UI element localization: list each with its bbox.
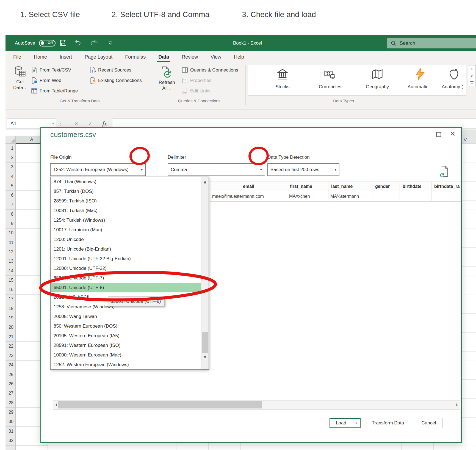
row-header[interactable]: 23 [5,351,15,361]
scroll-down-icon[interactable]: ∨ [201,354,209,359]
select-all-corner[interactable] [5,136,16,144]
row-header[interactable]: 27 [5,389,15,398]
scroll-left-icon[interactable]: ‹ [55,400,57,409]
row-header[interactable]: 5 [5,181,15,191]
file-origin-dropdown-icon[interactable]: ▾ [141,168,143,172]
from-table-range-button[interactable]: From Table/Range [31,87,78,94]
dropdown-scrollbar[interactable]: ∧ ∨ [201,177,209,369]
row-header[interactable]: 12 [5,247,15,257]
transform-data-button[interactable]: Transform Data [367,418,409,428]
geography-button[interactable]: Geography [355,68,399,90]
row-header[interactable]: 28 [5,398,15,408]
preview-horizontal-scrollbar[interactable]: ‹ › [53,400,460,410]
scroll-right-icon[interactable]: › [456,400,458,409]
column-header[interactable]: birthdate_ra [431,182,462,191]
gallery-scroll-up-icon[interactable]: ∧ [468,65,476,72]
autosave-toggle[interactable]: Off [39,40,56,46]
dropdown-option[interactable]: 65000: Unicode (UTF-7) [51,273,201,283]
row-header[interactable]: 25 [5,370,15,379]
row-header[interactable]: 2 [5,153,15,162]
row-header[interactable]: 9 [5,219,15,228]
dropdown-option[interactable]: 857: Turkish (DOS) [51,186,201,196]
dropdown-option[interactable]: 10081: Turkish (Mac) [51,206,201,215]
row-header[interactable]: 17 [5,295,15,304]
dropdown-option[interactable]: 20105: Western European (IA5) [51,331,201,341]
row-header[interactable]: 15 [5,276,15,285]
search-input[interactable]: Search [387,38,476,48]
refresh-all-button[interactable]: Refresh All ⌄ [155,65,178,92]
dropdown-option[interactable]: 1252: Western European (Windows) [51,360,201,369]
get-data-button[interactable]: Get Data ⌄ [11,65,29,91]
row-header[interactable]: 29 [5,408,15,417]
quick-access-more-icon[interactable] [108,41,113,45]
load-dropdown-icon[interactable]: ▾ [352,421,360,425]
menu-tab[interactable]: Home [33,53,48,62]
scroll-up-icon[interactable]: ∧ [201,180,209,185]
insert-function-icon[interactable]: fx [102,120,107,127]
gallery-more-icon[interactable]: ⌄ [468,79,476,86]
scrollbar-thumb[interactable] [202,332,208,353]
menu-tab[interactable]: Formulas [124,53,146,62]
undo-icon[interactable] [74,40,82,47]
row-header[interactable]: 8 [5,210,15,219]
menu-tab[interactable]: File [13,53,22,62]
row-header[interactable]: 20 [5,323,15,332]
row-header[interactable]: 31 [5,427,15,436]
from-text-csv-button[interactable]: From Text/CSV [31,67,71,73]
row-header[interactable]: 11 [5,238,15,247]
anatomy-button[interactable]: Anatomy (... [435,68,466,90]
column-header[interactable]: gender [372,182,400,191]
menu-tab[interactable]: Page Layout [84,53,113,62]
dropdown-option[interactable]: 65001: Unicode (UTF-8) [51,283,201,292]
existing-connections-button[interactable]: Existing Connections [89,77,142,84]
row-header[interactable]: 10 [5,229,15,238]
close-icon[interactable]: × [450,128,455,139]
column-header[interactable]: last_name [328,182,372,191]
currencies-button[interactable]: Currencies [308,68,352,90]
redo-icon[interactable] [89,40,98,47]
dropdown-option[interactable]: 10017: Ukrainian (Mac) [51,225,201,235]
row-header[interactable]: 19 [5,313,15,323]
dropdown-option[interactable]: 12000: Unicode (UTF-32) [51,264,201,273]
column-header-v[interactable]: V [462,130,476,144]
dropdown-option[interactable]: 12001: Unicode (UTF-32 Big-Endian) [51,254,201,264]
row-header[interactable]: 13 [5,257,15,266]
row-header[interactable]: 3 [5,163,15,172]
file-origin-select[interactable]: 1252: Western European (Windows) ▾ [50,163,146,176]
column-header[interactable]: first_name [287,182,328,191]
dropdown-option[interactable]: 28591: Western European (ISO) [51,341,201,350]
delimiter-select[interactable]: Comma ▾ [168,163,265,176]
dropdown-option[interactable]: 850: Western European (DOS) [51,321,201,331]
menu-tab[interactable]: View [210,53,222,62]
confirm-entry-icon[interactable]: ✓ [88,120,93,127]
data-type-detection-select[interactable]: Based on first 200 rows ▾ [267,163,339,176]
row-header[interactable]: 22 [5,342,15,351]
row-header[interactable]: 18 [5,304,15,313]
row-header[interactable]: 7 [5,200,15,210]
column-header[interactable]: email [210,182,287,191]
row-header[interactable]: 4 [5,172,15,181]
row-header[interactable]: 1 [5,144,15,153]
scrollbar-thumb[interactable] [58,401,262,408]
from-web-button[interactable]: From Web [31,77,61,84]
gallery-scroll-down-icon[interactable]: ∨ [468,72,476,79]
recent-sources-button[interactable]: Recent Sources [89,67,131,73]
column-header[interactable]: birthdate [400,182,431,191]
dropdown-option[interactable]: 10000: Western European (Mac) [51,350,201,360]
row-header[interactable]: 26 [5,379,15,389]
reload-preview-icon[interactable] [439,166,449,177]
menu-tab[interactable]: Data [158,53,170,62]
row-header[interactable]: 32 [5,436,15,445]
row-header[interactable]: 21 [5,332,15,342]
stocks-button[interactable]: Stocks [261,68,305,90]
row-header[interactable]: 14 [5,266,15,276]
save-icon[interactable] [60,40,67,46]
cancel-button[interactable]: Cancel [415,418,442,428]
load-button[interactable]: Load [330,420,352,426]
dropdown-option[interactable]: 1254: Turkish (Windows) [51,215,201,225]
menu-tab[interactable]: Insert [59,53,73,62]
data-type-dropdown-icon[interactable]: ▾ [335,168,336,172]
delimiter-dropdown-icon[interactable]: ▾ [260,168,262,172]
row-header[interactable]: 24 [5,361,15,370]
menu-tab[interactable]: Review [181,53,198,62]
